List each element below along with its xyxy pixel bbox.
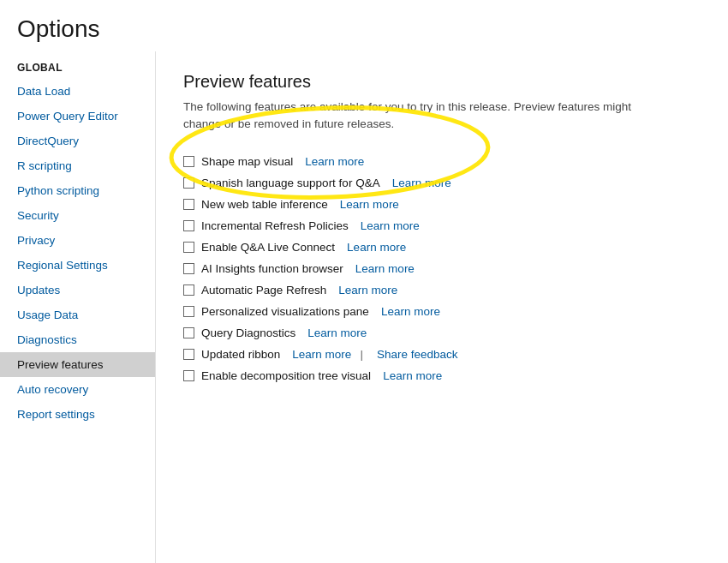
feature-label-web-table: New web table inference — [201, 198, 328, 211]
sidebar-item-power-query-editor[interactable]: Power Query Editor — [0, 104, 155, 129]
pipe-separator-updated-ribbon: | — [360, 348, 363, 361]
content-description: The following features are available for… — [183, 99, 663, 134]
feature-checkbox-spanish-qa[interactable] — [183, 177, 194, 189]
sidebar-item-report-settings[interactable]: Report settings — [0, 402, 155, 427]
feature-label-decomposition-tree: Enable decomposition tree visual — [201, 369, 371, 382]
feature-item-query-diagnostics: Query DiagnosticsLearn more — [183, 322, 701, 344]
feature-item-ai-insights: AI Insights function browserLearn more — [183, 258, 701, 279]
feature-item-updated-ribbon: Updated ribbonLearn more|Share feedback — [183, 344, 701, 365]
learn-more-link-web-table[interactable]: Learn more — [340, 198, 399, 211]
feature-label-updated-ribbon: Updated ribbon — [201, 348, 280, 361]
feature-checkbox-ai-insights[interactable] — [183, 263, 194, 274]
feature-checkbox-qa-live-connect[interactable] — [183, 242, 194, 253]
sidebar-item-auto-recovery[interactable]: Auto recovery — [0, 377, 155, 402]
share-feedback-link-updated-ribbon[interactable]: Share feedback — [377, 348, 458, 361]
learn-more-link-auto-page-refresh[interactable]: Learn more — [338, 284, 397, 296]
sidebar-item-python-scripting[interactable]: Python scripting — [0, 178, 155, 203]
sidebar-item-security[interactable]: Security — [0, 203, 155, 228]
feature-label-qa-live-connect: Enable Q&A Live Connect — [201, 241, 335, 254]
feature-checkbox-updated-ribbon[interactable] — [183, 349, 194, 360]
learn-more-link-query-diagnostics[interactable]: Learn more — [307, 326, 367, 339]
sidebar-item-usage-data[interactable]: Usage Data — [0, 302, 155, 327]
learn-more-link-shape-map[interactable]: Learn more — [305, 155, 364, 168]
learn-more-link-spanish-qa[interactable]: Learn more — [392, 177, 451, 189]
feature-checkbox-decomposition-tree[interactable] — [183, 370, 194, 381]
feature-checkbox-shape-map[interactable] — [183, 156, 194, 167]
feature-list: Shape map visualLearn moreSpanish langua… — [183, 151, 701, 386]
feature-label-incremental-refresh: Incremental Refresh Policies — [201, 219, 349, 232]
feature-item-spanish-qa: Spanish language support for Q&ALearn mo… — [183, 172, 701, 194]
content-title: Preview features — [183, 72, 701, 92]
sidebar-section-label: GLOBAL — [0, 55, 155, 79]
feature-checkbox-personalized-viz[interactable] — [183, 306, 194, 317]
page-title: Options — [0, 0, 728, 51]
sidebar-item-preview-features[interactable]: Preview features — [0, 352, 155, 377]
sidebar-item-diagnostics[interactable]: Diagnostics — [0, 327, 155, 352]
sidebar: GLOBAL Data LoadPower Query EditorDirect… — [0, 51, 156, 563]
sidebar-item-data-load[interactable]: Data Load — [0, 79, 155, 104]
sidebar-item-directquery[interactable]: DirectQuery — [0, 129, 155, 153]
feature-label-auto-page-refresh: Automatic Page Refresh — [201, 284, 326, 296]
sidebar-item-privacy[interactable]: Privacy — [0, 228, 155, 253]
sidebar-item-updates[interactable]: Updates — [0, 278, 155, 302]
feature-label-shape-map: Shape map visual — [201, 155, 293, 168]
feature-label-spanish-qa: Spanish language support for Q&A — [201, 177, 380, 189]
feature-checkbox-auto-page-refresh[interactable] — [183, 284, 194, 296]
feature-item-decomposition-tree: Enable decomposition tree visualLearn mo… — [183, 365, 701, 386]
sidebar-item-regional-settings[interactable]: Regional Settings — [0, 253, 155, 278]
feature-item-web-table: New web table inferenceLearn more — [183, 194, 701, 215]
feature-label-query-diagnostics: Query Diagnostics — [201, 326, 295, 339]
feature-item-auto-page-refresh: Automatic Page RefreshLearn more — [183, 279, 701, 301]
feature-checkbox-incremental-refresh[interactable] — [183, 220, 194, 231]
learn-more-link-decomposition-tree[interactable]: Learn more — [383, 369, 442, 382]
feature-checkbox-web-table[interactable] — [183, 199, 194, 210]
feature-checkbox-query-diagnostics[interactable] — [183, 327, 194, 338]
learn-more-link-ai-insights[interactable]: Learn more — [355, 262, 415, 275]
learn-more-link-qa-live-connect[interactable]: Learn more — [347, 241, 406, 254]
feature-item-qa-live-connect: Enable Q&A Live ConnectLearn more — [183, 237, 701, 258]
sidebar-item-r-scripting[interactable]: R scripting — [0, 153, 155, 178]
learn-more-link-incremental-refresh[interactable]: Learn more — [361, 219, 420, 232]
learn-more-link-personalized-viz[interactable]: Learn more — [381, 305, 440, 318]
learn-more-link-updated-ribbon[interactable]: Learn more — [292, 348, 351, 361]
feature-item-incremental-refresh: Incremental Refresh PoliciesLearn more — [183, 215, 701, 237]
feature-item-personalized-viz: Personalized visualizations paneLearn mo… — [183, 301, 701, 322]
content-area: Preview features The following features … — [156, 51, 728, 563]
feature-label-ai-insights: AI Insights function browser — [201, 262, 343, 275]
feature-item-shape-map: Shape map visualLearn more — [183, 151, 701, 172]
feature-label-personalized-viz: Personalized visualizations pane — [201, 305, 369, 318]
